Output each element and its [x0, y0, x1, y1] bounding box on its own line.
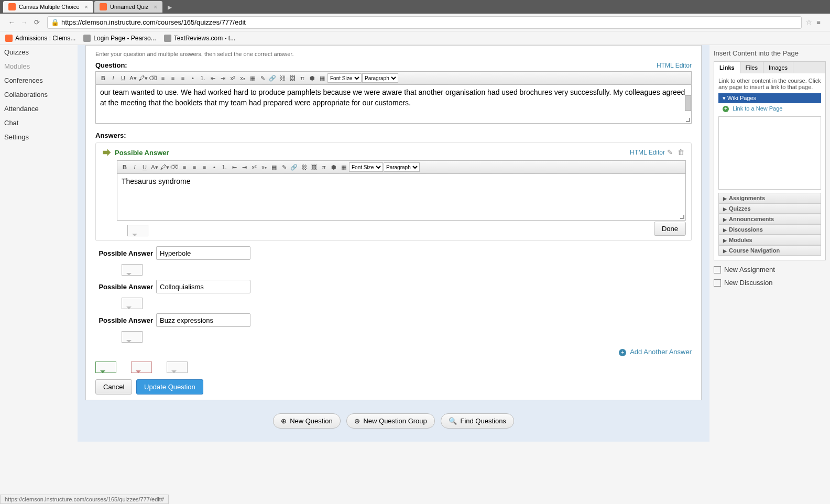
equation-icon[interactable]: π	[319, 162, 329, 172]
answer-input[interactable]	[156, 280, 250, 293]
italic-icon[interactable]: I	[108, 73, 118, 83]
outdent-icon[interactable]: ⇤	[208, 73, 217, 83]
unlink-icon[interactable]: ⛓	[299, 162, 309, 172]
new-assignment-link[interactable]: New Assignment	[714, 266, 826, 273]
image-icon[interactable]: 🖼	[309, 162, 319, 172]
accordion-quizzes[interactable]: ▶Quizzes	[718, 203, 821, 214]
table-icon[interactable]: ▦	[269, 162, 279, 172]
new-tab-icon[interactable]: ▸	[168, 2, 172, 12]
number-list-icon[interactable]: 1.	[198, 73, 208, 83]
outdent-icon[interactable]: ⇤	[230, 162, 239, 172]
record-icon[interactable]: ⬢	[329, 162, 338, 172]
browser-tab[interactable]: Unnamed Quiz ×	[94, 1, 162, 13]
nav-conferences[interactable]: Conferences	[0, 73, 78, 87]
resize-handle-icon[interactable]	[679, 213, 685, 220]
edit-icon[interactable]: ✎	[279, 162, 289, 172]
clear-format-icon[interactable]: ⌫	[170, 162, 179, 172]
underline-icon[interactable]: U	[118, 73, 128, 83]
wiki-pages-header[interactable]: ▾ Wiki Pages	[718, 93, 821, 103]
align-right-icon[interactable]: ≡	[178, 73, 188, 83]
new-discussion-link[interactable]: New Discussion	[714, 279, 826, 287]
underline-icon[interactable]: U	[140, 162, 149, 172]
bullet-list-icon[interactable]: •	[210, 162, 219, 172]
align-left-icon[interactable]: ≡	[158, 73, 168, 83]
subscript-icon[interactable]: x₂	[259, 162, 269, 172]
comment-bubble[interactable]	[122, 298, 143, 309]
record-icon[interactable]: ⬢	[308, 73, 317, 83]
bg-color-icon[interactable]: 🖍▾	[160, 162, 169, 172]
nav-collaborations[interactable]: Collaborations	[0, 87, 78, 102]
unlink-icon[interactable]: ⛓	[278, 73, 287, 83]
link-icon[interactable]: 🔗	[268, 73, 277, 83]
tab-links[interactable]: Links	[714, 62, 740, 73]
edit-icon[interactable]: ✎	[258, 73, 267, 83]
comment-bubble[interactable]	[122, 264, 143, 276]
align-center-icon[interactable]: ≡	[190, 162, 199, 172]
subscript-icon[interactable]: x₂	[238, 73, 247, 83]
bold-icon[interactable]: B	[120, 162, 129, 172]
paragraph-select[interactable]: Paragraph	[384, 162, 420, 172]
indent-icon[interactable]: ⇥	[239, 162, 249, 172]
incorrect-feedback-bubble[interactable]	[131, 361, 152, 373]
nav-attendance[interactable]: Attendance	[0, 102, 78, 116]
image-icon[interactable]: 🖼	[288, 73, 297, 83]
bookmark-item[interactable]: TextReviews.com - t...	[164, 35, 235, 42]
html-editor-toggle[interactable]: HTML Editor	[630, 149, 665, 156]
new-question-button[interactable]: ⊕ New Question	[273, 413, 341, 429]
comment-bubble[interactable]	[127, 225, 148, 236]
menu-icon[interactable]: ≡	[812, 16, 825, 29]
text-color-icon[interactable]: A▾	[128, 73, 138, 83]
answer-textarea[interactable]: Thesaurus syndrome	[117, 173, 686, 221]
number-list-icon[interactable]: 1.	[220, 162, 229, 172]
close-icon[interactable]: ×	[154, 4, 157, 10]
text-color-icon[interactable]: A▾	[150, 162, 159, 172]
font-size-select[interactable]: Font Size	[327, 73, 362, 83]
correct-feedback-bubble[interactable]	[95, 361, 116, 373]
reload-button[interactable]: ⟳	[30, 16, 43, 29]
close-icon[interactable]: ×	[85, 4, 88, 10]
find-questions-button[interactable]: 🔍 Find Questions	[441, 413, 514, 429]
nav-quizzes[interactable]: Quizzes	[0, 45, 78, 59]
new-question-group-button[interactable]: ⊕ New Question Group	[346, 413, 434, 429]
accordion-course-nav[interactable]: ▶Course Navigation	[718, 245, 821, 256]
clear-format-icon[interactable]: ⌫	[148, 73, 158, 83]
answer-input[interactable]	[156, 313, 250, 327]
browser-tab-active[interactable]: Canvas Multiple Choice ×	[3, 1, 93, 13]
new-page-link[interactable]: + Link to a New Page	[718, 103, 821, 114]
embed-icon[interactable]: ▦	[318, 73, 327, 83]
tab-files[interactable]: Files	[740, 62, 763, 73]
accordion-discussions[interactable]: ▶Discussions	[718, 224, 821, 235]
answer-input[interactable]	[156, 246, 250, 260]
nav-chat[interactable]: Chat	[0, 116, 78, 130]
accordion-assignments[interactable]: ▶Assignments	[718, 193, 821, 203]
accordion-modules[interactable]: ▶Modules	[718, 235, 821, 245]
done-button[interactable]: Done	[654, 222, 686, 236]
correct-arrow-icon[interactable]	[101, 147, 112, 158]
align-center-icon[interactable]: ≡	[168, 73, 178, 83]
align-right-icon[interactable]: ≡	[200, 162, 209, 172]
back-button[interactable]: ←	[5, 16, 18, 29]
bullet-list-icon[interactable]: •	[188, 73, 198, 83]
bookmark-star-icon[interactable]: ☆	[806, 18, 812, 26]
bg-color-icon[interactable]: 🖍▾	[138, 73, 148, 83]
pencil-icon[interactable]: ✎	[667, 148, 675, 157]
table-icon[interactable]: ▦	[248, 73, 257, 83]
nav-settings[interactable]: Settings	[0, 130, 78, 144]
cancel-button[interactable]: Cancel	[95, 379, 132, 395]
indent-icon[interactable]: ⇥	[218, 73, 227, 83]
bookmark-item[interactable]: Login Page - Pearso...	[83, 35, 156, 42]
equation-icon[interactable]: π	[298, 73, 307, 83]
resize-handle-icon[interactable]	[684, 116, 691, 123]
add-answer-link[interactable]: + Add Another Answer	[619, 348, 692, 356]
bold-icon[interactable]: B	[99, 73, 108, 83]
comment-bubble[interactable]	[122, 331, 143, 343]
scrollbar-thumb[interactable]	[685, 95, 691, 111]
tab-images[interactable]: Images	[763, 62, 793, 73]
question-textarea[interactable]: our team wanted to use. We had worked ha…	[95, 84, 692, 124]
nav-modules[interactable]: Modules	[0, 59, 78, 73]
italic-icon[interactable]: I	[130, 162, 139, 172]
url-bar[interactable]: 🔒 https://clemson.instructure.com/course…	[47, 16, 802, 29]
superscript-icon[interactable]: x²	[228, 73, 237, 83]
html-editor-toggle[interactable]: HTML Editor	[657, 62, 692, 69]
superscript-icon[interactable]: x²	[249, 162, 259, 172]
